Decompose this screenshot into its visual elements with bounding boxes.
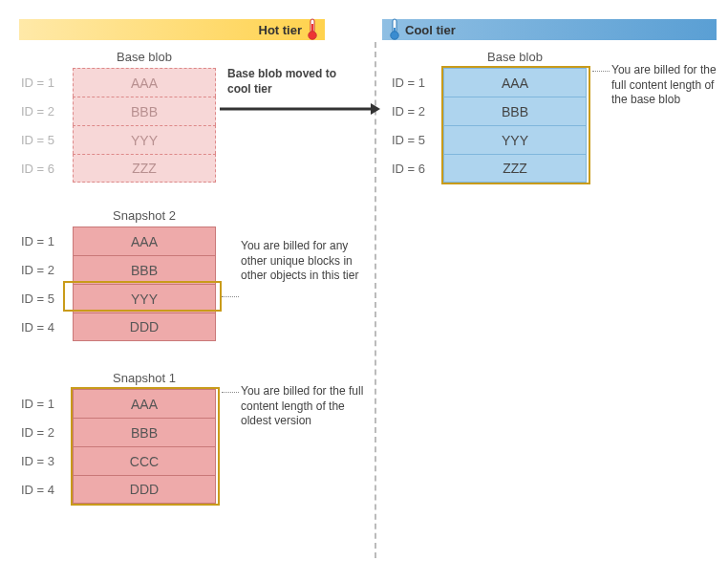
cool-tier-label: Cool tier: [405, 23, 456, 37]
table-row: ID = 2BBB: [19, 418, 220, 446]
row-id: ID = 2: [19, 104, 73, 119]
table-row: ID = 3CCC: [19, 446, 220, 475]
table-row: ID = 1AAA: [19, 68, 220, 97]
connector-dots: [592, 71, 610, 72]
row-id: ID = 1: [19, 76, 73, 90]
snapshot1-title: Snapshot 1: [73, 371, 216, 385]
row-value: AAA: [73, 227, 216, 255]
arrow-icon: [220, 101, 380, 119]
row-value: DDD: [73, 475, 216, 504]
table-row: ID = 4DDD: [19, 475, 220, 504]
table-row: ID = 2BBB: [390, 97, 590, 125]
row-id: ID = 1: [19, 234, 73, 248]
table-row: ID = 4DDD: [19, 313, 220, 341]
row-value: AAA: [73, 68, 216, 97]
thermometer-hot-icon: [306, 18, 319, 41]
row-value: BBB: [73, 97, 216, 125]
row-value: BBB: [73, 255, 216, 284]
move-label: Base blob moved to cool tier: [227, 67, 352, 97]
table-row: ID = 5YYY: [390, 125, 590, 154]
row-value: ZZZ: [443, 154, 587, 183]
table-row: ID = 6ZZZ: [19, 154, 220, 183]
tier-divider: [375, 42, 376, 558]
svg-point-2: [309, 32, 316, 39]
table-row: ID = 6ZZZ: [390, 154, 590, 183]
diagram-canvas: Hot tier Cool tier Base blob ID = 1AAA I…: [0, 0, 728, 561]
row-id: ID = 1: [19, 397, 73, 411]
snap1-billing-annot: You are billed for the full content leng…: [241, 384, 365, 429]
svg-point-5: [391, 32, 398, 39]
row-id: ID = 2: [19, 263, 73, 277]
snapshot2-group: Snapshot 2 ID = 1AAA ID = 2BBB ID = 5YYY…: [19, 208, 220, 341]
table-row: ID = 2BBB: [19, 255, 220, 284]
snap2-billing-annot: You are billed for any other unique bloc…: [241, 239, 365, 284]
base-blob-cool-group: Base blob ID = 1AAA ID = 2BBB ID = 5YYY …: [390, 50, 590, 183]
row-id: ID = 2: [390, 104, 443, 119]
hot-tier-bar: Hot tier: [19, 19, 325, 40]
row-value: BBB: [73, 418, 216, 446]
row-value: BBB: [443, 97, 587, 125]
thermometer-cool-icon: [388, 18, 401, 41]
row-id: ID = 4: [19, 483, 73, 497]
row-id: ID = 5: [19, 133, 73, 147]
row-value: DDD: [73, 313, 216, 341]
row-id: ID = 3: [19, 454, 73, 468]
table-row: ID = 1AAA: [19, 227, 220, 255]
hot-tier-label: Hot tier: [259, 23, 303, 37]
row-value: AAA: [443, 68, 587, 97]
table-row: ID = 1AAA: [19, 389, 220, 418]
row-id: ID = 6: [390, 162, 443, 176]
base-blob-hot-group: Base blob ID = 1AAA ID = 2BBB ID = 5YYY …: [19, 50, 220, 183]
cool-billing-annot: You are billed for the full content leng…: [611, 63, 724, 108]
table-row: ID = 5YYY: [19, 284, 220, 313]
table-row: ID = 1AAA: [390, 68, 590, 97]
connector-dots: [222, 296, 239, 297]
snapshot1-group: Snapshot 1 ID = 1AAA ID = 2BBB ID = 3CCC…: [19, 371, 220, 504]
row-id: ID = 5: [19, 291, 73, 306]
row-id: ID = 5: [390, 133, 443, 147]
row-value: YYY: [73, 284, 216, 313]
row-value: YYY: [443, 125, 587, 154]
row-id: ID = 6: [19, 162, 73, 176]
row-value: YYY: [73, 125, 216, 154]
base-blob-hot-title: Base blob: [73, 50, 216, 64]
connector-dots: [222, 392, 239, 393]
row-value: ZZZ: [73, 154, 216, 183]
row-id: ID = 1: [390, 76, 443, 90]
table-row: ID = 5YYY: [19, 125, 220, 154]
table-row: ID = 2BBB: [19, 97, 220, 125]
row-id: ID = 4: [19, 320, 73, 334]
row-value: CCC: [73, 446, 216, 475]
snapshot2-title: Snapshot 2: [73, 208, 216, 223]
row-id: ID = 2: [19, 425, 73, 440]
row-value: AAA: [73, 389, 216, 418]
base-blob-cool-title: Base blob: [443, 50, 587, 64]
svg-marker-7: [371, 103, 380, 115]
cool-tier-bar: Cool tier: [382, 19, 717, 40]
